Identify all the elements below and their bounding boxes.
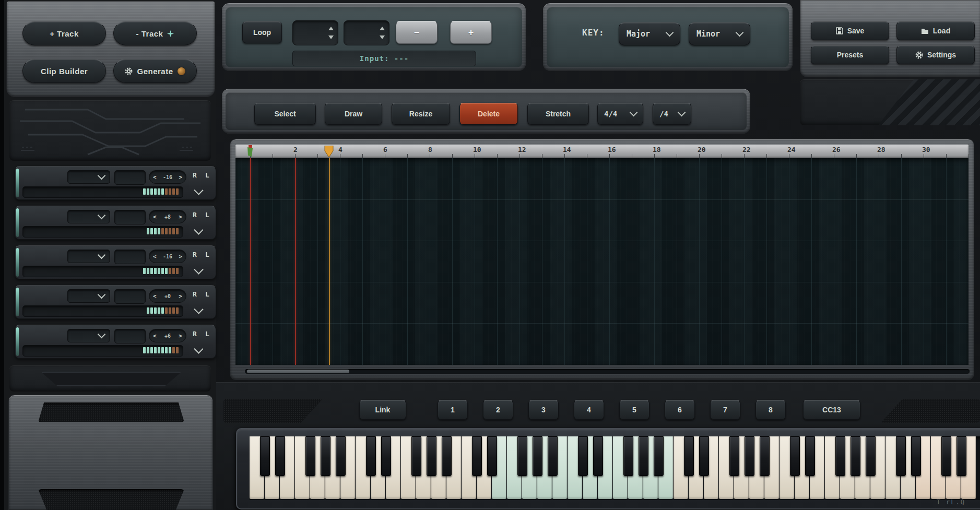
track-expand-chevron-icon[interactable] [194, 265, 203, 274]
timeline-ruler[interactable]: 24681012141618202224262830 [235, 145, 969, 158]
save-button[interactable]: Save [811, 21, 889, 40]
piano-black-key[interactable] [548, 436, 558, 476]
link-button[interactable]: Link [359, 400, 406, 420]
piano-white-key[interactable] [568, 436, 582, 499]
piano-white-key[interactable] [356, 436, 370, 499]
piano-white-key[interactable] [507, 436, 522, 499]
pan-right-arrow[interactable]: > [179, 333, 182, 339]
track-instrument-dropdown[interactable] [67, 250, 110, 263]
piano-white-key[interactable] [250, 436, 264, 499]
pad-button-6[interactable]: 6 [665, 400, 695, 420]
pad-button-8[interactable]: 8 [755, 400, 786, 420]
pad-button-5[interactable]: 5 [619, 400, 650, 420]
track-pan-control[interactable]: < -16 > [149, 170, 186, 184]
piano-black-key[interactable] [336, 436, 346, 476]
track-expand-chevron-icon[interactable] [194, 304, 203, 314]
pan-right-arrow[interactable]: > [179, 293, 182, 300]
track-slider[interactable] [22, 305, 183, 317]
track-slider[interactable] [22, 226, 183, 238]
piano-black-key[interactable] [911, 436, 921, 476]
piano-black-key[interactable] [699, 436, 709, 476]
track-expand-chevron-icon[interactable] [194, 344, 203, 353]
generate-button[interactable]: Generate [113, 59, 197, 83]
track-slider[interactable] [22, 186, 183, 198]
piano-black-key[interactable] [957, 436, 966, 476]
track-pan-control[interactable]: < +0 > [149, 289, 186, 303]
decrement-button[interactable]: − [396, 21, 438, 44]
add-track-button[interactable]: + Track [22, 21, 106, 45]
playhead-line[interactable] [329, 158, 330, 365]
piano-black-key[interactable] [805, 436, 815, 476]
grid-hscroll-thumb[interactable] [247, 370, 349, 373]
piano-black-key[interactable] [533, 436, 542, 476]
track-value-field[interactable] [114, 329, 146, 343]
piano-black-key[interactable] [578, 436, 588, 476]
piano-black-key[interactable] [517, 436, 527, 476]
pad-button-1[interactable]: 1 [438, 400, 468, 420]
pan-left-arrow[interactable]: < [153, 174, 157, 181]
pan-right-arrow[interactable]: > [179, 174, 182, 181]
piano-white-key[interactable] [613, 436, 628, 499]
tool-button-draw[interactable]: Draw [325, 103, 382, 125]
piano-white-key[interactable] [295, 436, 310, 499]
route-left-button[interactable]: L [205, 330, 209, 338]
piano-black-key[interactable] [851, 436, 860, 476]
tool-button-resize[interactable]: Resize [392, 103, 450, 125]
piano-black-key[interactable] [381, 436, 391, 476]
playhead-handle[interactable] [323, 146, 335, 158]
route-right-button[interactable]: R [193, 251, 197, 258]
piano-black-key[interactable] [623, 436, 633, 476]
pan-left-arrow[interactable]: < [153, 253, 157, 260]
pan-right-arrow[interactable]: > [179, 214, 182, 220]
pad-button-4[interactable]: 4 [574, 400, 604, 420]
key-secondary-dropdown[interactable]: Minor [689, 22, 750, 45]
piano-black-key[interactable] [321, 436, 330, 476]
piano-black-key[interactable] [442, 436, 452, 476]
pan-left-arrow[interactable]: < [153, 333, 157, 339]
track-instrument-dropdown[interactable] [67, 329, 110, 342]
pan-left-arrow[interactable]: < [153, 293, 157, 300]
pad-button-7[interactable]: 7 [710, 400, 740, 420]
increment-button[interactable]: + [450, 21, 492, 44]
piano-black-key[interactable] [260, 436, 270, 476]
pad-button-2[interactable]: 2 [483, 400, 513, 420]
piano-black-key[interactable] [654, 436, 664, 476]
route-right-button[interactable]: R [193, 330, 197, 338]
route-right-button[interactable]: R [193, 211, 197, 219]
clip-builder-button[interactable]: Clip Builder [22, 59, 106, 83]
track-slider[interactable] [22, 266, 183, 277]
loop-start-marker[interactable] [246, 145, 254, 158]
key-primary-dropdown[interactable]: Major [619, 22, 680, 45]
piano-black-key[interactable] [866, 436, 876, 476]
cc-button[interactable]: CC13 [803, 400, 860, 420]
piano-black-key[interactable] [411, 436, 421, 476]
loop-end-spinner[interactable] [344, 20, 389, 45]
track-instrument-dropdown[interactable] [67, 210, 110, 223]
pan-left-arrow[interactable]: < [153, 214, 157, 220]
pan-right-arrow[interactable]: > [179, 253, 182, 260]
track-instrument-dropdown[interactable] [67, 170, 110, 184]
route-right-button[interactable]: R [193, 171, 197, 179]
piano-black-key[interactable] [472, 436, 482, 476]
track-pan-control[interactable]: < -16 > [149, 250, 186, 263]
spinner-up-arrow-icon[interactable] [380, 27, 385, 30]
piano-black-key[interactable] [790, 436, 800, 476]
piano-black-key[interactable] [275, 436, 285, 476]
loop-button[interactable]: Loop [242, 21, 282, 43]
grid-hscroll-track[interactable] [245, 369, 970, 374]
piano-black-key[interactable] [760, 436, 770, 476]
piano-white-key[interactable] [719, 436, 734, 499]
grid-division-dropdown[interactable]: /4 [653, 103, 691, 125]
route-left-button[interactable]: L [205, 171, 209, 179]
time-signature-dropdown[interactable]: 4/4 [597, 103, 643, 125]
route-right-button[interactable]: R [193, 290, 197, 298]
route-left-button[interactable]: L [205, 290, 209, 298]
route-left-button[interactable]: L [205, 251, 209, 258]
piano-white-key[interactable] [931, 436, 946, 499]
piano-black-key[interactable] [835, 436, 845, 476]
piano-white-key[interactable] [401, 436, 416, 499]
presets-button[interactable]: Presets [811, 45, 889, 64]
spinner-up-arrow-icon[interactable] [328, 27, 334, 30]
note-grid[interactable] [235, 158, 969, 365]
remove-track-button[interactable]: - Track [113, 21, 197, 45]
